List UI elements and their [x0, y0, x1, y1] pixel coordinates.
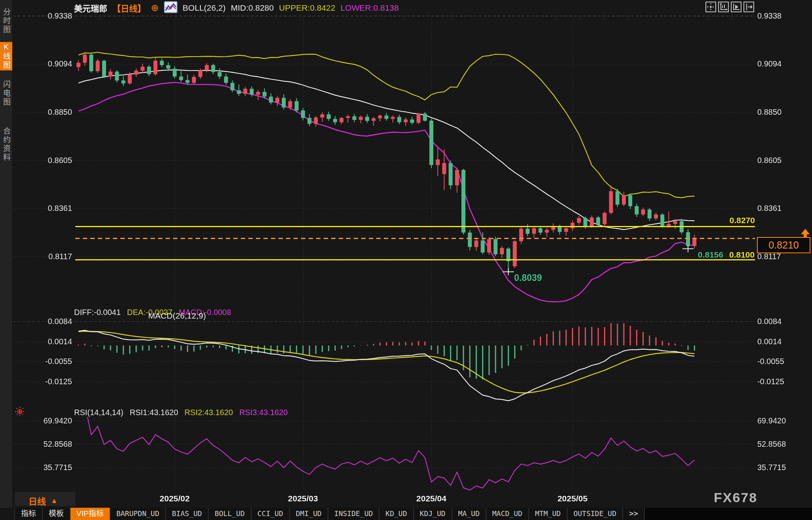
tabbar-filler [645, 508, 812, 520]
tab-macd-ud[interactable]: MACD_UD [486, 508, 529, 520]
axis-tick-label: 0.8361 [38, 203, 72, 213]
axis-tick-label: 52.8568 [38, 439, 72, 449]
crosshair-move-icon[interactable] [705, 2, 716, 12]
tab-more[interactable]: >> [623, 508, 645, 520]
tab-ma-ud[interactable]: MA_UD [452, 508, 486, 520]
sidebar-item-label: 合约资料 [1, 127, 11, 162]
sidebar-item-label: K线图 [1, 43, 11, 70]
scroll-latest-icon[interactable] [801, 229, 810, 237]
axis-tick-label: 0.8117 [38, 252, 72, 261]
indicator-tab-bar: 指标 模板 VIP指标 BARUPDN_UD BIAS_UD BOLL_UD C… [0, 508, 812, 520]
date-tick-label: 2025/04 [400, 494, 463, 503]
rsi1-value: RSI1:43.1620 [130, 408, 178, 417]
axis-tick-label: 0.9094 [38, 59, 72, 68]
date-tick-label: 2025/02 [143, 494, 206, 503]
axis-tick-label: -0.0055 [38, 357, 72, 366]
axis-tick-label: 52.8568 [757, 439, 801, 449]
tab-vip-indicator[interactable]: VIP指标 [71, 508, 111, 520]
tab-dmi-ud[interactable]: DMI_UD [290, 508, 328, 520]
tab-barupdn-ud[interactable]: BARUPDN_UD [111, 508, 166, 520]
axis-tick-label: 0.8361 [757, 203, 801, 213]
axis-tick-label: 0.9338 [38, 11, 72, 21]
sidebar-item-kline[interactable]: K线图 [0, 42, 12, 70]
axis-tick-label: -0.0055 [757, 357, 801, 366]
axis-tick-label: 0.9338 [757, 11, 801, 21]
triangle-up-icon: ▲ [51, 497, 58, 505]
macd-name: MACD(26,12,9) [148, 309, 206, 323]
resistance-line-label: 0.8270 [697, 216, 755, 225]
axis-zoom-icon[interactable] [718, 2, 729, 12]
chart-header: 美元瑞郎 【日线】 ⊕ BOLL(26,2) MID:0.8280 UPPER:… [74, 1, 399, 15]
axis-tick-label: 0.8850 [38, 107, 72, 117]
rsi-name: RSI(14,14,14) [74, 408, 124, 417]
support-line-label: 0.8100 [729, 250, 755, 260]
axis-tick-label: 69.9420 [757, 416, 801, 425]
timeframe-selector[interactable]: 日线 ▲ [29, 494, 58, 507]
symbol-title: 美元瑞郎 [74, 2, 107, 14]
current-price-box: 0.8210 [757, 237, 810, 253]
date-tick-label: 2025/05 [541, 494, 604, 503]
rsi2-value: RSI2:43.1620 [185, 408, 233, 417]
axis-tick-label: 0.0084 [38, 317, 72, 326]
tab-template[interactable]: 模板 [43, 508, 71, 520]
chart-canvas[interactable] [0, 0, 812, 520]
tab-bias-ud[interactable]: BIAS_UD [166, 508, 209, 520]
lower-band-label: 0.8156 [698, 250, 723, 260]
tab-kd-ud[interactable]: KD_UD [379, 508, 414, 520]
sidebar-item-timeshare[interactable]: 分时图 [0, 2, 12, 40]
tab-boll-ud[interactable]: BOLL_UD [209, 508, 252, 520]
left-sidebar: 分时图 K线图 闪电图 合约资料 [0, 0, 13, 508]
axis-tick-label: 35.7715 [38, 463, 72, 472]
sidebar-item-flash[interactable]: 闪电图 [0, 74, 12, 112]
low-price-annotation: 0.8039 [514, 273, 542, 283]
axis-tick-label: 0.8605 [38, 156, 72, 165]
tab-kdj-ud[interactable]: KDJ_UD [414, 508, 452, 520]
tab-outside-ud[interactable]: OUTSIDE_UD [568, 508, 623, 520]
date-tick-label: 2025/03 [271, 494, 335, 503]
chart-toolbar [705, 2, 754, 12]
rsi3-value: RSI3:43.1620 [239, 408, 288, 417]
rsi-panel-header: RSI(14,14,14) RSI1:43.1620 RSI2:43.1620 … [74, 408, 288, 417]
sidebar-item-label: 分时图 [1, 8, 11, 34]
axis-shift-icon[interactable] [743, 2, 754, 12]
axis-tick-label: 0.0084 [757, 317, 801, 326]
sidebar-item-contract-info[interactable]: 合约资料 [0, 118, 12, 171]
chart-window: 分时图 K线图 闪电图 合约资料 美元瑞郎 【日线】 ⊕ BOLL(26,2) … [0, 0, 812, 520]
indicator-chart-icon[interactable] [164, 1, 177, 15]
timeframe-label: 日线 [29, 494, 46, 507]
add-indicator-icon[interactable]: ⊕ [151, 3, 159, 13]
macd-panel-header: MACD(26,12,9) DIFF:-0.0041 DEA:-0.0037 M… [74, 308, 231, 317]
axis-tick-label: 0.9094 [757, 59, 801, 68]
axis-tick-label: -0.0125 [757, 377, 801, 386]
axis-play-icon[interactable] [731, 2, 741, 12]
boll-upper-value: UPPER:0.8422 [279, 3, 335, 13]
alert-sun-icon[interactable] [14, 406, 25, 419]
macd-diff-value: DIFF:-0.0041 [74, 308, 121, 317]
boll-mid-value: MID:0.8280 [231, 3, 274, 13]
axis-tick-label: 0.0014 [38, 337, 72, 346]
sidebar-item-label: 闪电图 [1, 80, 11, 106]
axis-tick-label: 69.9420 [38, 416, 72, 425]
tab-inside-ud[interactable]: INSIDE_UD [328, 508, 380, 520]
axis-tick-label: 0.8605 [757, 156, 801, 165]
axis-tick-label: 0.8850 [757, 107, 801, 117]
tabbar-spacer [0, 508, 15, 520]
tab-indicator[interactable]: 指标 [15, 508, 43, 520]
axis-tick-label: 35.7715 [757, 463, 801, 472]
tab-mtm-ud[interactable]: MTM_UD [529, 508, 568, 520]
boll-indicator-name: BOLL(26,2) [183, 3, 226, 13]
fx678-watermark: FX678 [714, 490, 757, 505]
boll-lower-value: LOWER:0.8138 [341, 3, 399, 13]
axis-tick-label: -0.0125 [38, 377, 72, 386]
tab-cci-ud[interactable]: CCI_UD [252, 508, 290, 520]
timeframe-tag[interactable]: 【日线】 [112, 2, 146, 14]
axis-tick-label: 0.0014 [757, 337, 801, 346]
